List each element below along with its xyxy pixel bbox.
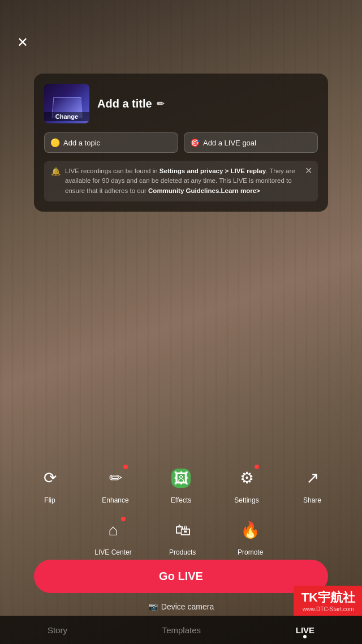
live-center-tool[interactable]: ⌂ LIVE Center (94, 516, 131, 556)
notice-close-button[interactable]: ✕ (305, 165, 312, 176)
effects-icon: 🖼 (171, 469, 191, 488)
promote-label: Promote (238, 548, 263, 556)
watermark: TK宇航社 www.DTC-Start.com (294, 586, 362, 616)
bottom-nav: Story Templates LIVE (0, 616, 362, 644)
go-live-button[interactable]: Go LIVE (34, 560, 328, 593)
share-icon: ↗ (306, 470, 319, 486)
live-center-label: LIVE Center (94, 548, 131, 556)
enhance-tool[interactable]: ✏ Enhance (98, 463, 132, 504)
title-text: Add a title (97, 97, 152, 110)
flip-icon: ⟳ (44, 470, 57, 486)
camera-icon: 📷 (148, 602, 158, 611)
products-label: Products (169, 548, 196, 556)
add-topic-button[interactable]: 🟡 Add a topic (44, 132, 178, 153)
enhance-label: Enhance (102, 496, 128, 504)
close-button[interactable]: ✕ (11, 31, 34, 54)
close-icon: ✕ (17, 35, 28, 50)
live-center-dot (121, 517, 126, 521)
notice-box: 🔔 LIVE recordings can be found in Settin… (44, 161, 318, 201)
promote-tool[interactable]: 🔥 Promote (234, 516, 268, 556)
title-row: Change Add a title ✏ (44, 84, 318, 123)
notice-text: LIVE recordings can be found in Settings… (65, 166, 311, 196)
enhance-dot (123, 465, 128, 469)
nav-story[interactable]: Story (38, 621, 76, 639)
watermark-line1: TK宇航社 (301, 590, 355, 604)
device-camera-label: Device camera (161, 602, 214, 611)
settings-icon: ⚙ (240, 470, 254, 486)
products-tool[interactable]: 🛍 Products (166, 516, 200, 556)
setup-panel: Change Add a title ✏ 🟡 Add a topic 🎯 Add… (34, 74, 328, 212)
watermark-line2: www.DTC-Start.com (301, 606, 355, 612)
goal-icon: 🎯 (190, 138, 200, 147)
change-label[interactable]: Change (44, 112, 89, 121)
settings-tool[interactable]: ⚙ Settings (230, 463, 264, 504)
tools-area: ⟳ Flip ✏ Enhance 🖼 Effects ⚙ Settings (0, 463, 362, 556)
topic-goal-row: 🟡 Add a topic 🎯 Add a LIVE goal (44, 132, 318, 153)
topic-icon: 🟡 (50, 138, 60, 147)
promote-icon: 🔥 (240, 522, 260, 538)
products-icon: 🛍 (175, 522, 191, 538)
bell-icon: 🔔 (51, 167, 61, 196)
settings-dot (255, 465, 259, 469)
effects-label: Effects (171, 496, 191, 504)
enhance-icon: ✏ (109, 470, 122, 486)
tools-row-1: ⟳ Flip ✏ Enhance 🖼 Effects ⚙ Settings (0, 463, 362, 504)
device-camera[interactable]: 📷 Device camera (148, 602, 214, 611)
flip-tool[interactable]: ⟳ Flip (33, 463, 67, 504)
nav-live[interactable]: LIVE (287, 621, 324, 639)
topic-label: Add a topic (63, 139, 100, 147)
goal-label: Add a LIVE goal (203, 139, 256, 147)
add-goal-button[interactable]: 🎯 Add a LIVE goal (184, 132, 318, 153)
settings-label: Settings (234, 496, 258, 504)
share-label: Share (303, 496, 321, 504)
tools-row-2: ⌂ LIVE Center 🛍 Products 🔥 Promote (0, 516, 362, 556)
live-center-icon: ⌂ (109, 522, 118, 538)
share-tool[interactable]: ↗ Share (295, 463, 329, 504)
effects-tool[interactable]: 🖼 Effects (164, 463, 198, 504)
edit-icon: ✏ (157, 98, 164, 109)
nav-templates[interactable]: Templates (153, 621, 210, 639)
flip-label: Flip (44, 496, 55, 504)
title-field[interactable]: Add a title ✏ (97, 97, 164, 110)
thumbnail[interactable]: Change (44, 84, 89, 123)
